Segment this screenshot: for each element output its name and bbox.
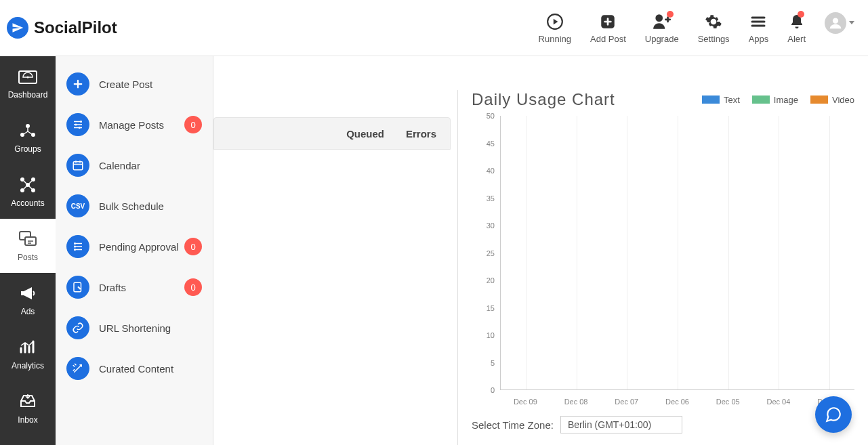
- submenu-calendar[interactable]: Calendar: [62, 151, 206, 179]
- gear-icon: [705, 12, 722, 31]
- menu-icon: [750, 12, 766, 31]
- y-tick: 35: [487, 194, 495, 203]
- x-tick: Dec 09: [514, 398, 537, 406]
- svg-point-17: [75, 124, 77, 126]
- timezone-label: Select Time Zone:: [472, 419, 554, 431]
- analytics-icon: [18, 338, 37, 357]
- y-tick: 20: [487, 276, 495, 284]
- svg-point-20: [74, 242, 76, 245]
- caret-down-icon: [849, 21, 854, 24]
- brand-logo[interactable]: SocialPilot: [7, 17, 117, 39]
- link-icon: [66, 316, 89, 339]
- tab-errors[interactable]: Errors: [406, 128, 436, 140]
- accounts-icon: [18, 175, 37, 194]
- manage-icon: [66, 113, 89, 136]
- submenu-create-post[interactable]: Create Post: [62, 70, 206, 98]
- tab-header: Queued Errors: [213, 117, 451, 150]
- groups-icon: [18, 121, 37, 140]
- chart-panel: Daily Usage Chart Text Image Video 05101…: [457, 90, 854, 445]
- svg-point-2: [655, 14, 663, 22]
- notification-dot-icon: [667, 11, 674, 18]
- alert-button[interactable]: Alert: [787, 12, 806, 44]
- badge: 0: [184, 116, 202, 133]
- y-tick: 25: [487, 249, 495, 257]
- upgrade-button[interactable]: Upgrade: [645, 12, 679, 44]
- main-content: Queued Errors Daily Usage Chart Text Ima…: [213, 56, 868, 445]
- submenu-bulk-schedule[interactable]: CSV Bulk Schedule: [62, 192, 206, 220]
- svg-point-21: [74, 246, 76, 248]
- settings-button[interactable]: Settings: [698, 12, 730, 44]
- svg-point-18: [79, 127, 81, 129]
- play-circle-icon: [546, 12, 564, 31]
- submenu-pending-approval[interactable]: Pending Approval 0: [62, 232, 206, 261]
- svg-rect-19: [73, 162, 83, 170]
- calendar-icon: [66, 154, 89, 177]
- posts-panel: Queued Errors: [213, 63, 451, 445]
- sidebar-item-analytics[interactable]: Analytics: [0, 327, 56, 381]
- wand-icon: [66, 357, 89, 380]
- sidebar-item-posts[interactable]: Posts: [0, 219, 56, 273]
- approval-icon: [66, 235, 89, 258]
- y-tick: 15: [487, 304, 495, 312]
- tab-queued[interactable]: Queued: [346, 128, 384, 140]
- header-actions: Running Add Post Upgrade Settings Apps A…: [539, 12, 854, 44]
- drafts-icon: [66, 276, 89, 299]
- svg-point-7: [20, 133, 24, 137]
- x-tick: Dec 07: [615, 398, 638, 406]
- x-tick: Dec 08: [564, 398, 588, 406]
- posts-icon: [18, 230, 38, 249]
- plus-icon: [66, 72, 89, 96]
- chart-area: 05101520253035404550 Dec 09Dec 08Dec 07D…: [478, 116, 854, 410]
- svg-point-8: [31, 133, 35, 137]
- svg-point-5: [27, 77, 29, 79]
- chart-legend: Text Image Video: [702, 95, 854, 105]
- brand-name: SocialPilot: [34, 18, 117, 37]
- svg-point-6: [26, 124, 30, 128]
- main-sidebar: Dashboard Groups Accounts Posts Ads Anal…: [0, 56, 56, 445]
- user-menu[interactable]: [825, 12, 854, 34]
- x-tick: Dec 05: [716, 398, 740, 406]
- badge: 0: [184, 278, 202, 296]
- sidebar-item-dashboard[interactable]: Dashboard: [0, 56, 56, 110]
- legend-text: Text: [702, 95, 740, 105]
- x-tick: Dec 04: [766, 398, 790, 406]
- posts-submenu: Create Post Manage Posts 0 Calendar CSV …: [56, 56, 213, 445]
- submenu-drafts[interactable]: Drafts 0: [62, 273, 206, 301]
- y-tick: 40: [487, 167, 495, 175]
- csv-icon: CSV: [66, 194, 89, 217]
- y-tick: 30: [487, 221, 495, 230]
- sidebar-item-groups[interactable]: Groups: [0, 110, 56, 165]
- sidebar-item-inbox[interactable]: Inbox: [0, 381, 56, 436]
- plus-square-icon: [599, 12, 617, 31]
- legend-image: Image: [752, 95, 798, 105]
- submenu-curated-content[interactable]: Curated Content: [62, 354, 206, 383]
- y-tick: 10: [487, 331, 495, 339]
- chat-icon: [825, 406, 842, 423]
- inbox-icon: [18, 392, 37, 411]
- submenu-manage-posts[interactable]: Manage Posts 0: [62, 110, 206, 139]
- x-tick: Dec 06: [665, 398, 689, 406]
- top-header: SocialPilot Running Add Post Upgrade Set…: [0, 0, 868, 56]
- apps-button[interactable]: Apps: [749, 12, 769, 44]
- legend-video: Video: [810, 95, 854, 105]
- timezone-select[interactable]: Berlin (GMT+01:00): [560, 416, 682, 433]
- avatar-icon: [825, 12, 846, 34]
- running-button[interactable]: Running: [539, 12, 571, 44]
- megaphone-icon: [18, 284, 37, 303]
- svg-point-3: [833, 18, 838, 23]
- y-tick: 50: [487, 112, 495, 120]
- notification-dot-icon: [798, 11, 804, 18]
- help-button[interactable]: [815, 396, 852, 433]
- sidebar-item-ads[interactable]: Ads: [0, 273, 56, 327]
- submenu-url-shortening[interactable]: URL Shortening: [62, 314, 206, 342]
- sidebar-item-accounts[interactable]: Accounts: [0, 165, 56, 219]
- add-post-button[interactable]: Add Post: [590, 12, 626, 44]
- timezone-row: Select Time Zone: Berlin (GMT+01:00): [472, 416, 854, 433]
- dashboard-icon: [18, 67, 38, 86]
- y-tick: 0: [491, 386, 495, 394]
- y-tick: 45: [487, 140, 495, 148]
- paper-plane-icon: [7, 17, 28, 39]
- svg-point-22: [74, 249, 76, 251]
- y-tick: 5: [491, 359, 495, 367]
- badge: 0: [184, 238, 202, 255]
